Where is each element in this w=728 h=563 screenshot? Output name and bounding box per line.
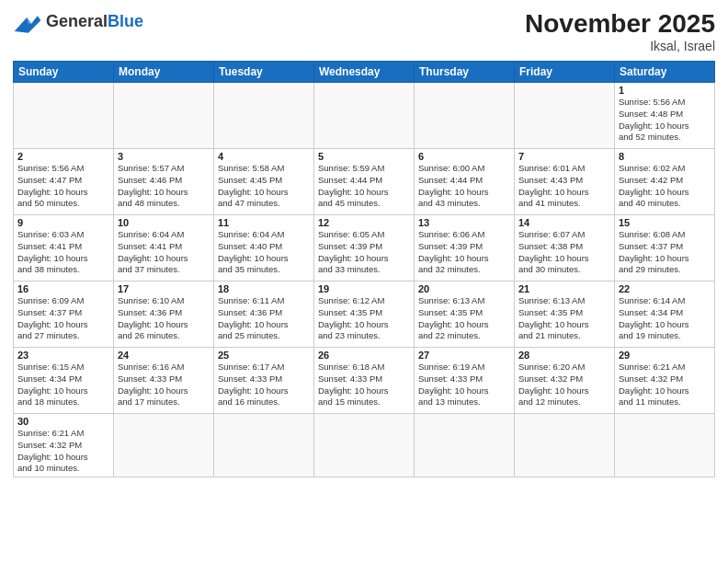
day-number: 13 [418,217,510,228]
table-row: 17Sunrise: 6:10 AM Sunset: 4:36 PM Dayli… [114,282,214,348]
table-row [214,414,314,477]
day-number: 12 [318,217,410,228]
table-row: 4Sunrise: 5:58 AM Sunset: 4:45 PM Daylig… [214,149,314,215]
day-info: Sunrise: 6:11 AM Sunset: 4:36 PM Dayligh… [218,295,310,342]
day-info: Sunrise: 6:15 AM Sunset: 4:34 PM Dayligh… [17,362,109,408]
table-row: 8Sunrise: 6:02 AM Sunset: 4:42 PM Daylig… [615,149,715,215]
day-number: 5 [318,151,410,162]
table-row: 26Sunrise: 6:18 AM Sunset: 4:33 PM Dayli… [314,348,415,414]
header-tuesday: Tuesday [214,62,314,83]
day-info: Sunrise: 5:56 AM Sunset: 4:47 PM Dayligh… [17,163,109,210]
calendar-table: Sunday Monday Tuesday Wednesday Thursday… [13,61,715,477]
logo-icon [13,9,42,35]
day-info: Sunrise: 6:02 AM Sunset: 4:42 PM Dayligh… [619,163,711,210]
table-row [114,414,214,477]
day-number: 20 [418,283,510,294]
svg-marker-0 [15,16,41,33]
day-info: Sunrise: 6:21 AM Sunset: 4:32 PM Dayligh… [17,428,109,475]
table-row: 7Sunrise: 6:01 AM Sunset: 4:43 PM Daylig… [515,149,615,215]
table-row [114,83,214,149]
table-row: 5Sunrise: 5:59 AM Sunset: 4:44 PM Daylig… [314,149,415,215]
day-info: Sunrise: 6:05 AM Sunset: 4:39 PM Dayligh… [318,229,410,276]
table-row: 22Sunrise: 6:14 AM Sunset: 4:34 PM Dayli… [615,282,715,348]
day-info: Sunrise: 6:03 AM Sunset: 4:41 PM Dayligh… [17,229,109,276]
day-info: Sunrise: 5:58 AM Sunset: 4:45 PM Dayligh… [218,163,310,210]
day-number: 23 [17,350,109,361]
title-block: November 2025 Iksal, Israel [525,9,715,53]
day-number: 8 [619,151,711,162]
day-number: 2 [17,151,109,162]
day-info: Sunrise: 6:00 AM Sunset: 4:44 PM Dayligh… [418,163,510,210]
header-monday: Monday [114,62,214,83]
table-row: 18Sunrise: 6:11 AM Sunset: 4:36 PM Dayli… [214,282,314,348]
table-row [415,414,515,477]
day-info: Sunrise: 6:13 AM Sunset: 4:35 PM Dayligh… [418,295,510,342]
table-row [214,83,314,149]
table-row: 13Sunrise: 6:06 AM Sunset: 4:39 PM Dayli… [415,215,515,282]
header-wednesday: Wednesday [314,62,415,83]
day-number: 6 [418,151,510,162]
day-number: 18 [218,283,310,294]
logo-blue: Blue [108,12,143,30]
table-row: 12Sunrise: 6:05 AM Sunset: 4:39 PM Dayli… [314,215,415,282]
day-number: 30 [17,416,109,427]
day-number: 19 [318,283,410,294]
table-row: 2Sunrise: 5:56 AM Sunset: 4:47 PM Daylig… [14,149,114,215]
weekday-header-row: Sunday Monday Tuesday Wednesday Thursday… [14,62,715,83]
day-info: Sunrise: 6:09 AM Sunset: 4:37 PM Dayligh… [17,295,109,342]
day-info: Sunrise: 6:10 AM Sunset: 4:36 PM Dayligh… [118,295,210,342]
day-number: 15 [619,217,711,228]
table-row [515,83,615,149]
day-info: Sunrise: 5:56 AM Sunset: 4:48 PM Dayligh… [619,97,711,144]
day-number: 17 [118,283,210,294]
day-info: Sunrise: 6:07 AM Sunset: 4:38 PM Dayligh… [518,229,610,276]
table-row: 27Sunrise: 6:19 AM Sunset: 4:33 PM Dayli… [415,348,515,414]
day-info: Sunrise: 6:19 AM Sunset: 4:33 PM Dayligh… [418,362,510,408]
table-row: 23Sunrise: 6:15 AM Sunset: 4:34 PM Dayli… [14,348,114,414]
day-info: Sunrise: 6:12 AM Sunset: 4:35 PM Dayligh… [318,295,410,342]
day-number: 26 [318,350,410,361]
day-info: Sunrise: 6:01 AM Sunset: 4:43 PM Dayligh… [518,163,610,210]
day-info: Sunrise: 6:06 AM Sunset: 4:39 PM Dayligh… [418,229,510,276]
day-number: 14 [518,217,610,228]
table-row: 15Sunrise: 6:08 AM Sunset: 4:37 PM Dayli… [615,215,715,282]
table-row: 28Sunrise: 6:20 AM Sunset: 4:32 PM Dayli… [515,348,615,414]
table-row: 30Sunrise: 6:21 AM Sunset: 4:32 PM Dayli… [14,414,114,477]
table-row: 9Sunrise: 6:03 AM Sunset: 4:41 PM Daylig… [14,215,114,282]
table-row: 3Sunrise: 5:57 AM Sunset: 4:46 PM Daylig… [114,149,214,215]
day-number: 10 [118,217,210,228]
day-number: 21 [518,283,610,294]
day-info: Sunrise: 6:04 AM Sunset: 4:40 PM Dayligh… [218,229,310,276]
day-number: 24 [118,350,210,361]
page-header: GeneralBlue November 2025 Iksal, Israel [13,9,715,53]
day-info: Sunrise: 6:14 AM Sunset: 4:34 PM Dayligh… [619,295,711,342]
table-row: 25Sunrise: 6:17 AM Sunset: 4:33 PM Dayli… [214,348,314,414]
day-number: 29 [619,350,711,361]
table-row: 11Sunrise: 6:04 AM Sunset: 4:40 PM Dayli… [214,215,314,282]
table-row: 24Sunrise: 6:16 AM Sunset: 4:33 PM Dayli… [114,348,214,414]
day-number: 28 [518,350,610,361]
table-row [314,83,415,149]
logo-general: General [46,12,108,30]
header-sunday: Sunday [14,62,114,83]
location: Iksal, Israel [525,39,715,53]
day-info: Sunrise: 6:04 AM Sunset: 4:41 PM Dayligh… [118,229,210,276]
table-row [515,414,615,477]
table-row: 19Sunrise: 6:12 AM Sunset: 4:35 PM Dayli… [314,282,415,348]
day-info: Sunrise: 5:59 AM Sunset: 4:44 PM Dayligh… [318,163,410,210]
table-row: 1Sunrise: 5:56 AM Sunset: 4:48 PM Daylig… [615,83,715,149]
table-row: 29Sunrise: 6:21 AM Sunset: 4:32 PM Dayli… [615,348,715,414]
table-row: 10Sunrise: 6:04 AM Sunset: 4:41 PM Dayli… [114,215,214,282]
table-row: 21Sunrise: 6:13 AM Sunset: 4:35 PM Dayli… [515,282,615,348]
table-row: 16Sunrise: 6:09 AM Sunset: 4:37 PM Dayli… [14,282,114,348]
day-info: Sunrise: 6:21 AM Sunset: 4:32 PM Dayligh… [619,362,711,408]
table-row [615,414,715,477]
day-info: Sunrise: 5:57 AM Sunset: 4:46 PM Dayligh… [118,163,210,210]
table-row: 6Sunrise: 6:00 AM Sunset: 4:44 PM Daylig… [415,149,515,215]
day-number: 9 [17,217,109,228]
day-number: 25 [218,350,310,361]
day-info: Sunrise: 6:17 AM Sunset: 4:33 PM Dayligh… [218,362,310,408]
header-thursday: Thursday [415,62,515,83]
table-row: 14Sunrise: 6:07 AM Sunset: 4:38 PM Dayli… [515,215,615,282]
day-info: Sunrise: 6:16 AM Sunset: 4:33 PM Dayligh… [118,362,210,408]
